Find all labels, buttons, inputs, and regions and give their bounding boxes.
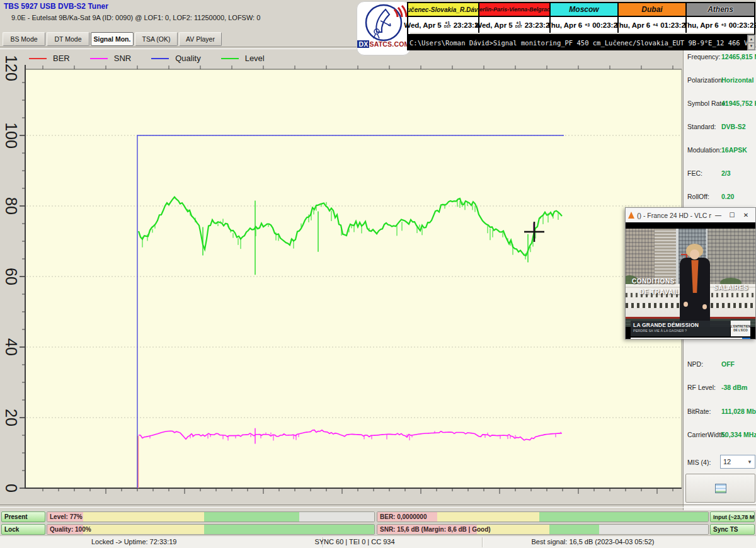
legend-ber: BER — [29, 54, 70, 63]
tuner-subtitle: 9.0E - Eutelsat 9B/Ka-Sat 9A (ID: 0090) … — [11, 14, 260, 21]
scroll-up-icon[interactable]: ▲ — [748, 35, 755, 43]
clock-time-lucenec: Wed, Apr 5 +1DST 23:23:22 — [408, 17, 479, 33]
panel-row-modulation: Modulation:16APSK — [684, 146, 756, 156]
quality-line-swatch — [151, 58, 169, 59]
panel-row-bitrate: BitRate:111,028 Mbit/s — [684, 408, 756, 418]
level-progress-bar: Level: 77% — [47, 511, 375, 522]
svg-text:80: 80 — [3, 197, 20, 215]
panel-row-frequency: Frequency:12465,815 MHz — [684, 53, 756, 63]
caption-salaires: SALAIRES — [714, 284, 748, 291]
panel-row-rf-level: RF Level:-38 dBm — [684, 384, 756, 394]
panel-row-polarization: Polarization:Horizontal — [684, 76, 756, 86]
mode-tabs: BS Mode DT Mode Signal Mon. TSA (OK) AV … — [3, 32, 222, 46]
present-indicator: Present — [1, 511, 45, 522]
clock-city-berlin: Berlin-Paris-Vienna-Belgrade — [479, 3, 551, 17]
lock-indicator: Lock — [1, 524, 45, 535]
vlc-cone-icon — [628, 212, 634, 219]
tab-av-player[interactable]: AV Player — [179, 32, 222, 46]
presenter-hand-right — [702, 304, 707, 309]
sync-status: SYNC 60 | TEI 0 | CC 934 — [314, 538, 394, 545]
svg-text:20: 20 — [3, 409, 20, 426]
vlc-window: () - France 24 HD - VLC medi... — ☐ ✕ — [625, 207, 756, 340]
clock-city-athens: Athens — [687, 3, 754, 17]
signal-chart[interactable]: 020406080100120 — [0, 50, 683, 510]
level-line-swatch — [221, 58, 239, 59]
vlc-close-button[interactable]: ✕ — [739, 208, 753, 222]
svg-text:100: 100 — [3, 122, 20, 149]
svg-text:0: 0 — [3, 484, 20, 493]
tab-signal-mon[interactable]: Signal Mon. — [91, 32, 134, 46]
sync-ts-indicator: Sync TS — [710, 524, 755, 535]
legend-snr: SNR — [90, 54, 131, 63]
quality-progress-bar: Quality: 100% — [47, 524, 375, 535]
show-badge: L'ENTRETIENDE L'ECO — [731, 321, 750, 336]
panel-row-carrierwidth: CarrierWidth:50,334 MHz — [684, 431, 756, 441]
tab-bs-mode[interactable]: BS Mode — [3, 32, 45, 46]
mis-label: MIS (4): — [687, 459, 711, 466]
tbs-tuner-window: TBS 5927 USB DVB-S2 Tuner 9.0E - Eutelsa… — [0, 0, 756, 548]
clock-time-dubai: Thu, Apr 6 +4 01:23:22 — [619, 17, 687, 33]
app-title: TBS 5927 USB DVB-S2 Tuner — [4, 2, 108, 11]
logo-text: DXSATCS.COM — [357, 40, 410, 48]
chevron-down-icon: ▼ — [747, 459, 752, 465]
satellite-dish-icon — [358, 2, 410, 42]
panel-row-symbol-rate: Symbol Rate:41945,752 KS/s — [684, 100, 756, 110]
panel-row-fec: FEC:2/3 — [684, 169, 756, 180]
chart-legend: BER SNR Quality Level — [29, 54, 265, 63]
clock-time-athens: Thu, Apr 6 +3 00:23:22 — [687, 17, 754, 33]
news-scene: CONDITIONS DE TRAVAIL SALAIRES LA GRANDE… — [626, 229, 755, 327]
caption-de-travail: DE TRAVAIL — [639, 288, 680, 295]
presenter-hand-left — [684, 302, 688, 307]
list-icon — [715, 484, 726, 493]
clock-city-lucenec: Lučenec-Slovakia_R.Dávid — [408, 3, 479, 17]
best-signal-status: Best signal: 16,5 dB (2023-04-03 05:52) — [531, 538, 654, 545]
presenter-face — [690, 249, 699, 260]
clock-city-dubai: Dubai — [619, 3, 687, 17]
world-clocks: Lučenec-Slovakia_R.Dávid Berlin-Paris-Vi… — [407, 2, 755, 35]
scroll-down-icon[interactable]: ▼ — [748, 43, 755, 50]
legend-quality: Quality — [151, 54, 200, 63]
signal-chart-area[interactable]: 020406080100120 BER SNR Quality Level — [0, 50, 683, 510]
ber-progress-bar: BER: 0,0000000 — [377, 511, 709, 522]
bottom-divider — [0, 505, 756, 508]
status-bar: Locked -> Uptime: 72:33:19 SYNC 60 | TEI… — [0, 535, 756, 548]
svg-text:120: 120 — [3, 55, 20, 81]
legend-level: Level — [221, 54, 265, 63]
status-divider-2 — [482, 537, 483, 547]
panel-row-npd: NPD:OFF — [684, 360, 756, 370]
command-prompt[interactable]: C:\Users\Roman Dávid>Signal monitoring_P… — [407, 35, 747, 50]
signal-bar-row-2: Lock Quality: 100% SNR: 15,6 dB (Margin:… — [0, 524, 756, 535]
vlc-window-title: () - France 24 HD - VLC medi... — [637, 212, 711, 219]
panel-row-standard: Standard:DVB-S2 — [684, 123, 756, 133]
signal-bar-row-1: Present Level: 77% BER: 0,0000000 Input … — [0, 511, 756, 522]
vlc-minimize-button[interactable]: — — [711, 208, 725, 222]
vlc-title-bar[interactable]: () - France 24 HD - VLC medi... — ☐ ✕ — [626, 208, 755, 222]
svg-text:60: 60 — [3, 268, 20, 285]
tab-dt-mode[interactable]: DT Mode — [47, 32, 89, 46]
vlc-video[interactable]: CONDITIONS DE TRAVAIL SALAIRES LA GRANDE… — [626, 222, 755, 339]
ber-line-swatch — [29, 58, 47, 59]
clock-city-moscow: Moscow — [551, 3, 619, 17]
input-rate-indicator: Input (~23,78 Mbps) — [710, 511, 755, 522]
console-scrollbar[interactable]: ▲ ▼ — [747, 35, 755, 50]
news-presenter — [679, 244, 713, 327]
dxsatcs-logo: DXSATCS.COM — [357, 1, 411, 55]
uptime-status: Locked -> Uptime: 72:33:19 — [91, 538, 176, 545]
france24-logo: 24 — [742, 338, 750, 339]
clock-time-moscow: Thu, Apr 6 +3 00:23:22 — [551, 17, 619, 33]
news-ticker: ÉTATS-UNIS • Le débat sur les conditions… — [631, 338, 750, 339]
panel-row-rolloff: RollOff:0.20 — [684, 193, 756, 203]
snr-progress-bar: SNR: 15,6 dB (Margin: 8,6 dB | Good) — [377, 524, 709, 535]
mis-dropdown[interactable]: 12 ▼ — [720, 455, 755, 469]
caption-conditions: CONDITIONS — [632, 278, 675, 285]
tab-tsa[interactable]: TSA (OK) — [135, 32, 178, 46]
panel-settings-button[interactable] — [685, 474, 755, 503]
vlc-maximize-button[interactable]: ☐ — [725, 208, 739, 222]
lower-third: LA GRANDE DÉMISSION PERDRE SA VIE À LA G… — [631, 321, 730, 336]
svg-text:40: 40 — [3, 338, 20, 356]
snr-line-swatch — [90, 58, 108, 59]
clock-time-berlin: Wed, Apr 5 +1DST 23:23:22 — [479, 17, 551, 33]
